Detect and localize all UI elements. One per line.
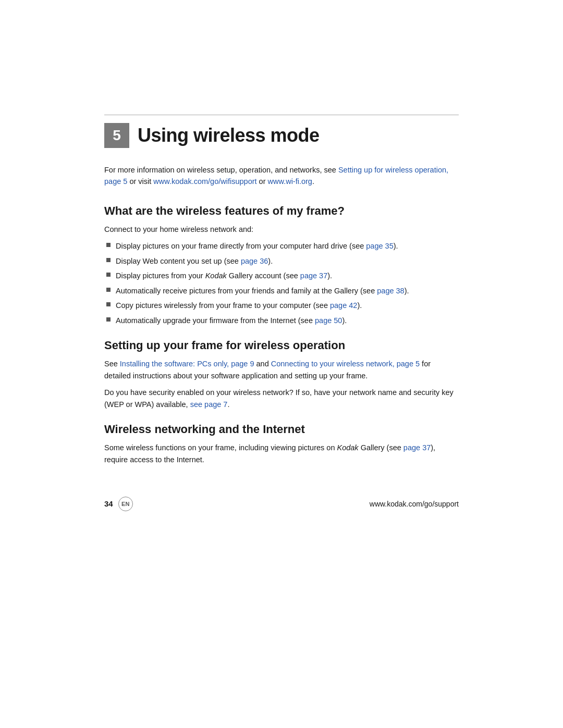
- footer-left: 34 EN: [104, 497, 133, 511]
- section2-link3[interactable]: see page 7: [190, 400, 228, 409]
- section1: What are the wireless features of my fra…: [104, 202, 459, 326]
- section2-heading: Setting up your frame for wireless opera…: [104, 337, 459, 354]
- section2-para1-and: and: [254, 360, 271, 368]
- kodak-italic-1: Kodak: [205, 272, 227, 280]
- section2-para2-before: Do you have security enabled on your wir…: [104, 388, 454, 408]
- bullet-link-4[interactable]: page 38: [377, 287, 404, 295]
- bullet-item-4: Automatically receive pictures from your…: [104, 285, 459, 297]
- section2-link1[interactable]: Installing the software: PCs only, page …: [120, 360, 254, 368]
- bullet-text-1: Display pictures on your frame directly …: [116, 240, 398, 252]
- bullet-link-2[interactable]: page 36: [241, 257, 268, 265]
- bullet-item-6: Automatically upgrade your firmware from…: [104, 315, 459, 326]
- page-number: 34: [104, 498, 113, 510]
- section1-subtext: Connect to your home wireless network an…: [104, 224, 459, 235]
- section3-para1: Some wireless functions on your frame, i…: [104, 442, 459, 465]
- intro-link3[interactable]: www.wi-fi.org: [268, 177, 312, 186]
- bullet-link-5[interactable]: page 42: [330, 301, 357, 310]
- bullet-icon-5: [106, 302, 111, 306]
- page-footer: 34 EN www.kodak.com/go/support: [104, 497, 459, 511]
- intro-text-or: or: [257, 177, 268, 186]
- chapter-header: 5 Using wireless mode: [104, 115, 459, 150]
- section3-para1-middle: Gallery (see: [359, 443, 403, 452]
- footer-url: www.kodak.com/go/support: [370, 499, 459, 510]
- intro-text-before: For more information on wireless setup, …: [104, 166, 338, 174]
- section1-bullet-list: Display pictures on your frame directly …: [104, 240, 459, 326]
- intro-text-end: .: [312, 177, 314, 186]
- page-container: 5 Using wireless mode For more informati…: [0, 0, 563, 728]
- section3-link1[interactable]: page 37: [403, 443, 431, 452]
- section2-link2[interactable]: Connecting to your wireless network, pag…: [271, 360, 420, 368]
- bullet-text-3: Display pictures from your Kodak Gallery…: [116, 270, 332, 281]
- bullet-item-3: Display pictures from your Kodak Gallery…: [104, 270, 459, 281]
- chapter-title: Using wireless mode: [138, 121, 320, 150]
- section3: Wireless networking and the Internet Som…: [104, 421, 459, 465]
- bullet-text-2: Display Web content you set up (see page…: [116, 255, 273, 267]
- bullet-text-4: Automatically receive pictures from your…: [116, 285, 409, 297]
- bullet-icon-1: [106, 243, 111, 247]
- section2-para1-before: See: [104, 360, 120, 368]
- kodak-italic-2: Kodak: [337, 443, 359, 452]
- bullet-link-6[interactable]: page 50: [315, 316, 342, 325]
- intro-text-between: or visit: [127, 177, 153, 186]
- section2: Setting up your frame for wireless opera…: [104, 337, 459, 410]
- bullet-item-1: Display pictures on your frame directly …: [104, 240, 459, 252]
- chapter-number-box: 5: [104, 123, 129, 148]
- intro-paragraph: For more information on wireless setup, …: [104, 164, 459, 188]
- bullet-item-5: Copy pictures wirelessly from your frame…: [104, 300, 459, 311]
- bullet-link-1[interactable]: page 35: [366, 242, 393, 250]
- section3-heading: Wireless networking and the Internet: [104, 421, 459, 438]
- section2-para1: See Installing the software: PCs only, p…: [104, 358, 459, 381]
- bullet-icon-4: [106, 288, 111, 292]
- section3-para1-before: Some wireless functions on your frame, i…: [104, 443, 337, 452]
- bullet-icon-2: [106, 258, 111, 262]
- section2-para2: Do you have security enabled on your wir…: [104, 387, 459, 410]
- en-badge: EN: [118, 497, 133, 511]
- bullet-text-6: Automatically upgrade your firmware from…: [116, 315, 347, 326]
- bullet-link-3[interactable]: page 37: [300, 272, 327, 280]
- intro-link2[interactable]: www.kodak.com/go/wifisupport: [153, 177, 256, 186]
- section1-heading: What are the wireless features of my fra…: [104, 202, 459, 219]
- bullet-icon-6: [106, 317, 111, 322]
- bullet-icon-3: [106, 273, 111, 277]
- bullet-item-2: Display Web content you set up (see page…: [104, 255, 459, 267]
- section2-para2-after: .: [227, 400, 229, 409]
- bullet-text-5: Copy pictures wirelessly from your frame…: [116, 300, 362, 311]
- chapter-number: 5: [113, 125, 121, 146]
